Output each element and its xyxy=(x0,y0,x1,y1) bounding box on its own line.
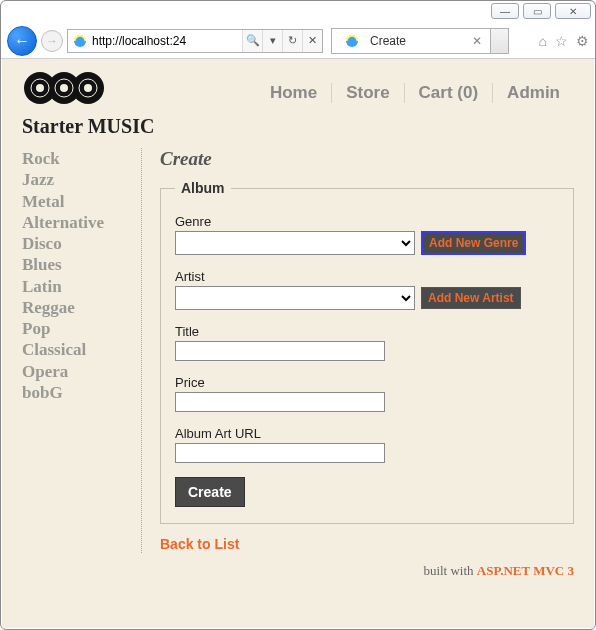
forward-button[interactable]: → xyxy=(41,30,63,52)
add-genre-button[interactable]: Add New Genre xyxy=(421,231,526,255)
browser-tool-icons: ⌂ ☆ ⚙ xyxy=(539,33,589,49)
settings-gear-icon[interactable]: ⚙ xyxy=(576,33,589,49)
footer: built with ASP.NET MVC 3 xyxy=(22,563,574,579)
sidebar-item[interactable]: Latin xyxy=(22,276,127,297)
window-buttons: — ▭ ✕ xyxy=(491,3,591,19)
footer-link[interactable]: ASP.NET MVC 3 xyxy=(477,563,574,578)
artist-select[interactable] xyxy=(175,286,415,310)
stop-icon[interactable]: ✕ xyxy=(302,30,322,52)
page-body: Starter MUSIC Home Store Cart (0) Admin … xyxy=(2,59,594,628)
top-nav: Home Store Cart (0) Admin xyxy=(256,83,574,103)
nav-admin[interactable]: Admin xyxy=(493,83,574,103)
fieldset-legend: Album xyxy=(175,180,231,196)
tab-strip: Create ✕ xyxy=(331,28,509,54)
records-logo-icon xyxy=(22,69,112,107)
tab-create[interactable]: Create ✕ xyxy=(331,28,491,54)
artist-label: Artist xyxy=(175,269,559,284)
sidebar-item[interactable]: Alternative xyxy=(22,212,127,233)
add-artist-button[interactable]: Add New Artist xyxy=(421,287,521,309)
price-label: Price xyxy=(175,375,559,390)
sidebar-item[interactable]: bobG xyxy=(22,382,127,403)
home-icon[interactable]: ⌂ xyxy=(539,33,547,49)
new-tab-button[interactable] xyxy=(491,28,509,54)
genre-row: Genre Add New Genre xyxy=(175,214,559,255)
tab-label: Create xyxy=(370,34,406,48)
sidebar-item[interactable]: Rock xyxy=(22,148,127,169)
price-row: Price xyxy=(175,375,559,412)
footer-text: built with xyxy=(423,563,476,578)
title-input[interactable] xyxy=(175,341,385,361)
sidebar-item[interactable]: Reggae xyxy=(22,297,127,318)
favorites-icon[interactable]: ☆ xyxy=(555,33,568,49)
content-row: Rock Jazz Metal Alternative Disco Blues … xyxy=(22,148,574,553)
site-title: Starter MUSIC xyxy=(22,115,154,138)
svg-point-6 xyxy=(60,84,68,92)
sidebar-item[interactable]: Jazz xyxy=(22,169,127,190)
address-bar[interactable]: 🔍 ▾ ↻ ✕ xyxy=(67,29,323,53)
sidebar-item[interactable]: Disco xyxy=(22,233,127,254)
ie-icon xyxy=(71,32,89,50)
sidebar-item[interactable]: Blues xyxy=(22,254,127,275)
nav-cart[interactable]: Cart (0) xyxy=(405,83,494,103)
arturl-label: Album Art URL xyxy=(175,426,559,441)
window-maximize-button[interactable]: ▭ xyxy=(523,3,551,19)
genre-select[interactable] xyxy=(175,231,415,255)
search-icon[interactable]: 🔍 xyxy=(242,30,262,52)
logo-block: Starter MUSIC xyxy=(22,69,154,138)
browser-toolbar: ← → 🔍 ▾ ↻ ✕ Create ✕ ⌂ ☆ ⚙ xyxy=(1,23,595,59)
genre-label: Genre xyxy=(175,214,559,229)
back-button[interactable]: ← xyxy=(7,26,37,56)
main-panel: Create Album Genre Add New Genre Artist … xyxy=(142,148,574,553)
create-button[interactable]: Create xyxy=(175,477,245,507)
ie-icon xyxy=(343,32,361,50)
address-buttons: 🔍 ▾ ↻ ✕ xyxy=(242,30,322,52)
nav-home[interactable]: Home xyxy=(256,83,332,103)
tab-close-icon[interactable]: ✕ xyxy=(472,34,482,48)
sidebar-item[interactable]: Pop xyxy=(22,318,127,339)
artist-row: Artist Add New Artist xyxy=(175,269,559,310)
svg-point-7 xyxy=(84,84,92,92)
svg-point-5 xyxy=(36,84,44,92)
sidebar-item[interactable]: Opera xyxy=(22,361,127,382)
page-heading: Create xyxy=(160,148,574,170)
refresh-icon[interactable]: ↻ xyxy=(282,30,302,52)
back-to-list-link[interactable]: Back to List xyxy=(160,536,239,552)
site-header: Starter MUSIC Home Store Cart (0) Admin xyxy=(22,69,574,138)
url-input[interactable] xyxy=(92,30,242,52)
title-row: Title xyxy=(175,324,559,361)
genre-sidebar: Rock Jazz Metal Alternative Disco Blues … xyxy=(22,148,142,553)
window-minimize-button[interactable]: — xyxy=(491,3,519,19)
window-titlebar: — ▭ ✕ xyxy=(1,1,595,23)
arturl-input[interactable] xyxy=(175,443,385,463)
album-fieldset: Album Genre Add New Genre Artist Add New… xyxy=(160,180,574,524)
title-label: Title xyxy=(175,324,559,339)
price-input[interactable] xyxy=(175,392,385,412)
sidebar-item[interactable]: Classical xyxy=(22,339,127,360)
nav-store[interactable]: Store xyxy=(332,83,404,103)
dropdown-icon[interactable]: ▾ xyxy=(262,30,282,52)
sidebar-item[interactable]: Metal xyxy=(22,191,127,212)
window-close-button[interactable]: ✕ xyxy=(555,3,591,19)
arturl-row: Album Art URL xyxy=(175,426,559,463)
